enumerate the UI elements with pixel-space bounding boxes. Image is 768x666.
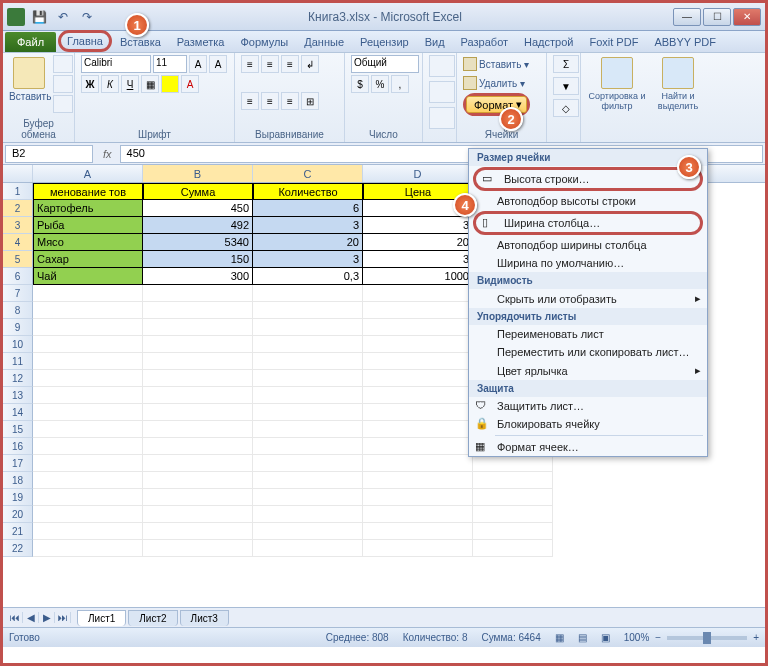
- cell[interactable]: [33, 285, 143, 302]
- shrink-font-button[interactable]: A: [209, 55, 227, 73]
- menu-default-width[interactable]: Ширина по умолчанию…: [469, 254, 707, 272]
- align-top-button[interactable]: ≡: [241, 55, 259, 73]
- cell[interactable]: [33, 404, 143, 421]
- sheet-tab-1[interactable]: Лист1: [77, 610, 126, 626]
- tab-file[interactable]: Файл: [5, 32, 56, 52]
- cell[interactable]: [143, 455, 253, 472]
- cond-format-button[interactable]: [429, 55, 455, 77]
- menu-autofit-col[interactable]: Автоподбор ширины столбца: [469, 236, 707, 254]
- cell[interactable]: [33, 421, 143, 438]
- font-size-select[interactable]: 11: [153, 55, 187, 73]
- cell[interactable]: [33, 489, 143, 506]
- cell[interactable]: [253, 319, 363, 336]
- tab-developer[interactable]: Разработ: [453, 32, 516, 52]
- select-all-corner[interactable]: [3, 165, 33, 182]
- cell[interactable]: [363, 285, 473, 302]
- cell[interactable]: [33, 455, 143, 472]
- align-right-button[interactable]: ≡: [281, 92, 299, 110]
- col-c[interactable]: C: [253, 165, 363, 182]
- fill-color-button[interactable]: [161, 75, 179, 93]
- cell[interactable]: [363, 472, 473, 489]
- cell[interactable]: [33, 319, 143, 336]
- undo-icon[interactable]: ↶: [53, 8, 73, 26]
- cell[interactable]: [363, 540, 473, 557]
- cell[interactable]: Картофель: [33, 200, 143, 217]
- cell[interactable]: [33, 472, 143, 489]
- cell[interactable]: [253, 472, 363, 489]
- col-a[interactable]: A: [33, 165, 143, 182]
- tab-data[interactable]: Данные: [296, 32, 352, 52]
- wrap-text-button[interactable]: ↲: [301, 55, 319, 73]
- cell[interactable]: [363, 506, 473, 523]
- cell[interactable]: [363, 404, 473, 421]
- cell[interactable]: [143, 523, 253, 540]
- underline-button[interactable]: Ч: [121, 75, 139, 93]
- cell[interactable]: [143, 336, 253, 353]
- find-button[interactable]: Найти и выделить: [651, 55, 705, 111]
- cell[interactable]: [253, 370, 363, 387]
- cell[interactable]: [33, 336, 143, 353]
- autosum-button[interactable]: Σ: [553, 55, 579, 73]
- save-icon[interactable]: 💾: [29, 8, 49, 26]
- cell[interactable]: [253, 523, 363, 540]
- tab-foxit[interactable]: Foxit PDF: [581, 32, 646, 52]
- cell[interactable]: [143, 506, 253, 523]
- sheet-tab-2[interactable]: Лист2: [128, 610, 177, 626]
- cell[interactable]: Рыба: [33, 217, 143, 234]
- cell[interactable]: 3: [363, 217, 473, 234]
- menu-tab-color[interactable]: Цвет ярлычка▸: [469, 361, 707, 380]
- italic-button[interactable]: К: [101, 75, 119, 93]
- cell[interactable]: [363, 302, 473, 319]
- cell[interactable]: [363, 421, 473, 438]
- sort-filter-button[interactable]: Сортировка и фильтр: [587, 55, 647, 111]
- cell[interactable]: [363, 319, 473, 336]
- format-painter-button[interactable]: [53, 95, 73, 113]
- cell[interactable]: [363, 336, 473, 353]
- sheet-prev-button[interactable]: ◀: [23, 612, 39, 623]
- align-bottom-button[interactable]: ≡: [281, 55, 299, 73]
- col-b[interactable]: B: [143, 165, 253, 182]
- cell[interactable]: [143, 404, 253, 421]
- cell[interactable]: [253, 506, 363, 523]
- cell-styles-button[interactable]: [429, 107, 455, 129]
- grow-font-button[interactable]: A: [189, 55, 207, 73]
- cell[interactable]: [143, 353, 253, 370]
- cell[interactable]: [143, 370, 253, 387]
- cell[interactable]: [143, 285, 253, 302]
- table-format-button[interactable]: [429, 81, 455, 103]
- font-color-button[interactable]: A: [181, 75, 199, 93]
- cell[interactable]: [33, 540, 143, 557]
- insert-cells-button[interactable]: Вставить ▾: [463, 55, 529, 73]
- align-center-button[interactable]: ≡: [261, 92, 279, 110]
- cell[interactable]: 3: [363, 251, 473, 268]
- zoom-in-button[interactable]: +: [753, 632, 759, 643]
- fx-icon[interactable]: fx: [95, 148, 120, 160]
- copy-button[interactable]: [53, 75, 73, 93]
- cell[interactable]: [363, 523, 473, 540]
- bold-button[interactable]: Ж: [81, 75, 99, 93]
- cell[interactable]: [253, 540, 363, 557]
- cell[interactable]: [143, 387, 253, 404]
- tab-formulas[interactable]: Формулы: [232, 32, 296, 52]
- header-cell[interactable]: Количество: [253, 183, 363, 200]
- cell[interactable]: [143, 302, 253, 319]
- menu-col-width[interactable]: ▯Ширина столбца…: [476, 214, 700, 232]
- delete-cells-button[interactable]: Удалить ▾: [463, 74, 525, 92]
- cell[interactable]: [33, 302, 143, 319]
- cell[interactable]: 3: [253, 217, 363, 234]
- percent-button[interactable]: %: [371, 75, 389, 93]
- font-name-select[interactable]: Calibri: [81, 55, 151, 73]
- align-left-button[interactable]: ≡: [241, 92, 259, 110]
- tab-review[interactable]: Рецензир: [352, 32, 417, 52]
- cell[interactable]: [253, 421, 363, 438]
- cell[interactable]: [363, 489, 473, 506]
- cell[interactable]: [143, 540, 253, 557]
- header-cell[interactable]: менование тов: [33, 183, 143, 200]
- number-format-select[interactable]: Общий: [351, 55, 419, 73]
- currency-button[interactable]: $: [351, 75, 369, 93]
- cell[interactable]: 6: [253, 200, 363, 217]
- cell[interactable]: 300: [143, 268, 253, 285]
- cell[interactable]: Чай: [33, 268, 143, 285]
- cell[interactable]: 3: [253, 251, 363, 268]
- menu-lock[interactable]: 🔒Блокировать ячейку: [469, 415, 707, 433]
